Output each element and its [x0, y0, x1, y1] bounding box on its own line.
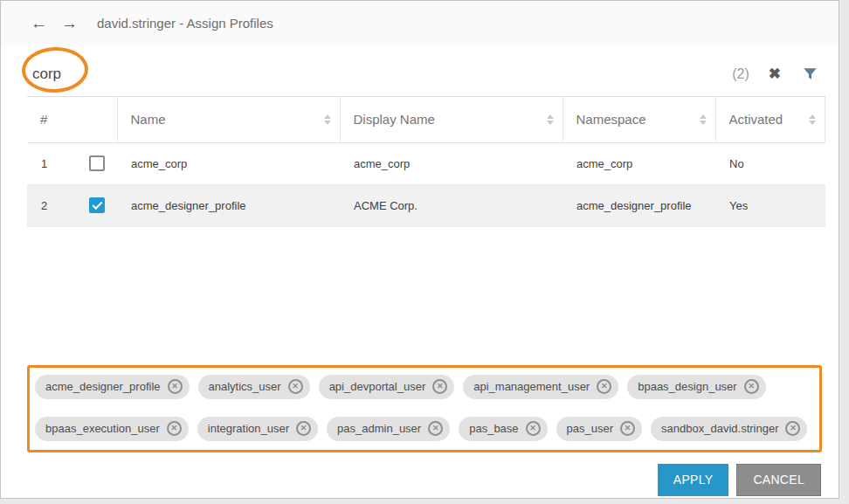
chip-remove-icon[interactable]: ✕	[168, 379, 183, 394]
cell-name: acme_corp	[117, 142, 340, 184]
cell-display-name: acme_corp	[340, 142, 563, 184]
column-header-index: #	[27, 97, 117, 142]
profiles-table: # Name Display Name Namespace Activated	[27, 97, 825, 227]
chip-label: bpaas_execution_user	[45, 422, 160, 435]
filter-icon[interactable]	[802, 66, 818, 82]
chip-label: bpaas_design_user	[638, 380, 736, 393]
search-bar: (2) ✖	[27, 52, 825, 97]
chip-label: analytics_user	[209, 380, 281, 393]
cell-namespace: acme_designer_profile	[563, 184, 715, 226]
clear-search-icon[interactable]: ✖	[769, 66, 781, 81]
chip-remove-icon[interactable]: ✕	[167, 421, 182, 436]
profile-chip: pas_user✕	[556, 417, 642, 441]
chip-label: pas_user	[567, 422, 613, 435]
chip-label: api_devportal_user	[329, 380, 426, 393]
chip-label: pas_base	[469, 422, 518, 435]
chip-label: sandbox_david.stringer	[661, 422, 778, 435]
column-header-name[interactable]: Name	[117, 97, 340, 142]
chip-remove-icon[interactable]: ✕	[432, 379, 447, 394]
sort-icon[interactable]	[547, 114, 554, 125]
header-bar: ← → david.stringer - Assign Profiles	[1, 1, 839, 45]
profile-chip: integration_user✕	[197, 417, 318, 441]
profile-chip: api_management_user✕	[463, 375, 618, 399]
chip-remove-icon[interactable]: ✕	[597, 379, 611, 394]
profile-chip: pas_admin_user✕	[327, 417, 450, 441]
row-checkbox[interactable]	[89, 197, 105, 213]
row-index: 2	[41, 199, 47, 212]
chip-remove-icon[interactable]: ✕	[288, 379, 303, 394]
profile-chip: bpaas_execution_user✕	[35, 417, 189, 441]
chip-remove-icon[interactable]: ✕	[785, 421, 800, 436]
cell-activated: Yes	[715, 184, 825, 226]
profile-chip: analytics_user✕	[198, 375, 310, 399]
chip-remove-icon[interactable]: ✕	[296, 421, 311, 436]
profile-chip: pas_base✕	[459, 417, 547, 441]
sort-icon[interactable]	[700, 114, 707, 125]
profile-chip: api_devportal_user✕	[319, 375, 455, 399]
chip-remove-icon[interactable]: ✕	[744, 379, 759, 394]
cell-activated: No	[715, 142, 825, 184]
cancel-button[interactable]: CANCEL	[736, 464, 821, 496]
cell-name: acme_designer_profile	[117, 184, 340, 226]
search-input[interactable]	[27, 65, 732, 84]
sort-icon[interactable]	[809, 114, 816, 125]
table-row: 1acme_corpacme_corpacme_corpNo	[27, 142, 825, 184]
profile-chip: bpaas_design_user✕	[627, 375, 765, 399]
row-index: 1	[41, 157, 47, 170]
chip-remove-icon[interactable]: ✕	[526, 421, 541, 436]
chip-remove-icon[interactable]: ✕	[428, 421, 443, 436]
footer-actions: APPLY CANCEL	[1, 464, 821, 496]
chip-label: api_management_user	[473, 380, 590, 393]
cell-namespace: acme_corp	[563, 142, 715, 184]
profile-chip: sandbox_david.stringer✕	[651, 417, 807, 441]
profile-chip: acme_designer_profile✕	[35, 375, 190, 399]
sort-icon[interactable]	[324, 114, 331, 125]
chip-label: pas_admin_user	[337, 422, 421, 435]
column-header-display-name[interactable]: Display Name	[340, 97, 563, 142]
result-count: (2)	[732, 66, 749, 82]
table-row: 2acme_designer_profileACME Corp.acme_des…	[27, 184, 825, 226]
cell-display-name: ACME Corp.	[340, 184, 563, 226]
row-checkbox[interactable]	[89, 155, 105, 171]
column-header-activated[interactable]: Activated	[715, 97, 825, 142]
forward-icon[interactable]: →	[61, 15, 78, 31]
page-title: david.stringer - Assign Profiles	[97, 16, 273, 31]
apply-button[interactable]: APPLY	[658, 464, 729, 496]
column-header-namespace[interactable]: Namespace	[563, 97, 715, 142]
back-icon[interactable]: ←	[31, 15, 47, 31]
chip-label: integration_user	[208, 422, 289, 435]
table-header-row: # Name Display Name Namespace Activated	[27, 97, 825, 142]
chip-label: acme_designer_profile	[45, 380, 161, 393]
assign-profiles-dialog: ← → david.stringer - Assign Profiles (2)…	[0, 0, 839, 499]
chip-remove-icon[interactable]: ✕	[620, 421, 635, 436]
assigned-profiles-chips annotation-rectangle: acme_designer_profile✕analytics_user✕api…	[27, 365, 822, 452]
